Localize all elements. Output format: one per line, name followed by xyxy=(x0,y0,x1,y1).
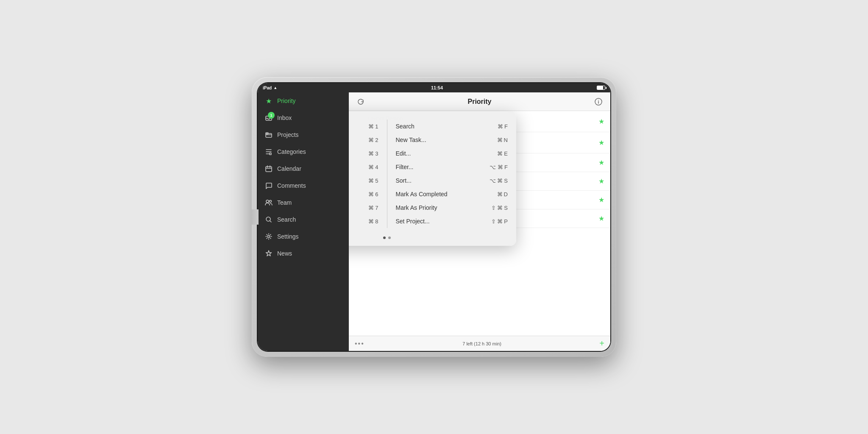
sidebar-item-priority[interactable]: ★ Priority xyxy=(258,92,349,109)
shortcut-item-team[interactable]: Team ⌘ 8 xyxy=(349,214,378,228)
shortcut-item-sort[interactable]: Sort... ⌥ ⌘ S xyxy=(396,174,508,187)
key-char: 2 xyxy=(375,137,378,143)
key-modifiers: ⌥ ⌘ xyxy=(490,178,503,184)
sidebar-item-news[interactable]: News xyxy=(258,245,349,262)
key-cmd: ⌘ xyxy=(368,150,374,157)
projects-icon xyxy=(264,131,273,139)
shortcut-keys: ⌘ F xyxy=(498,123,508,130)
sidebar-item-settings[interactable]: Settings xyxy=(258,228,349,245)
info-button[interactable] xyxy=(593,96,604,108)
key-char: 1 xyxy=(375,123,378,130)
shortcut-label: New Task... xyxy=(396,136,426,143)
sidebar-item-categories[interactable]: Categories xyxy=(258,143,349,160)
sidebar-item-label: News xyxy=(277,250,292,257)
star-icon: ★ xyxy=(264,97,273,105)
shortcut-item-projects[interactable]: Projects ⌘ 3 xyxy=(349,147,378,160)
sidebar-item-projects[interactable]: Projects xyxy=(258,126,349,143)
search-icon xyxy=(264,215,273,224)
status-bar: iPad ▲ 11:54 xyxy=(258,83,610,92)
key-char: 6 xyxy=(375,191,378,198)
sidebar-item-label: Search xyxy=(277,216,296,223)
key-char: S xyxy=(504,205,508,211)
task-star-icon[interactable]: ★ xyxy=(598,159,604,167)
sidebar-item-label: Comments xyxy=(277,182,306,189)
refresh-button[interactable] xyxy=(355,96,367,108)
shortcut-keys: ⌘ E xyxy=(497,150,508,157)
shortcut-item-mark-priority[interactable]: Mark As Priority ⇧ ⌘ S xyxy=(396,201,508,214)
key-cmd: ⌘ xyxy=(368,137,374,143)
task-star-icon[interactable]: ★ xyxy=(598,117,604,125)
task-star-icon[interactable]: ★ xyxy=(598,196,604,204)
sidebar: ★ Priority Inbox 1 xyxy=(258,92,349,351)
news-icon xyxy=(264,249,273,258)
shortcut-keys: ⌥ ⌘ F xyxy=(490,164,508,170)
key-cmd: ⌘ xyxy=(368,164,374,170)
key-cmd: ⌘ xyxy=(368,218,374,225)
shortcut-item-filter[interactable]: Filter... ⌥ ⌘ F xyxy=(396,160,508,174)
shortcut-item-priority[interactable]: Priority ⌘ 1 xyxy=(349,120,378,133)
sidebar-item-search[interactable]: Search xyxy=(258,211,349,228)
task-star-icon[interactable]: ★ xyxy=(598,177,604,185)
shortcut-label: Mark As Completed xyxy=(396,191,448,198)
sidebar-item-label: Calendar xyxy=(277,165,301,172)
task-count: 7 left (12 h 30 min) xyxy=(462,341,501,346)
shortcut-item-mark-completed[interactable]: Mark As Completed ⌘ D xyxy=(396,187,508,201)
more-button[interactable]: ••• xyxy=(355,340,364,348)
key-char: 5 xyxy=(375,178,378,184)
key-cmd: ⌘ xyxy=(368,178,374,184)
shortcut-right-col: Search ⌘ F New Task... ⌘ xyxy=(387,120,517,228)
shortcut-item-search[interactable]: Search ⌘ F xyxy=(396,120,508,133)
shortcut-item-categories[interactable]: Categories ⌘ 4 xyxy=(349,160,378,174)
sidebar-item-comments[interactable]: Comments xyxy=(258,177,349,194)
key-cmd: ⌘ xyxy=(368,123,374,130)
sidebar-item-team[interactable]: Team xyxy=(258,194,349,211)
calendar-icon xyxy=(264,164,273,173)
sidebar-item-inbox[interactable]: Inbox 1 xyxy=(258,109,349,126)
key-cmd: ⌘ xyxy=(368,191,374,198)
key-char: N xyxy=(504,137,508,143)
sidebar-item-calendar[interactable]: Calendar xyxy=(258,160,349,177)
shortcut-keys: ⌥ ⌘ S xyxy=(490,178,508,184)
shortcut-item-templates[interactable]: Templates ⌘ 7 xyxy=(349,201,378,214)
task-star-icon[interactable]: ★ xyxy=(598,214,604,223)
categories-icon xyxy=(264,147,273,156)
status-bar-left: iPad ▲ xyxy=(263,86,277,90)
key-char: 8 xyxy=(375,218,378,225)
svg-point-8 xyxy=(268,236,270,238)
dot-1[interactable] xyxy=(383,236,386,239)
key-modifiers: ⌘ xyxy=(497,191,503,198)
key-modifiers: ⌘ xyxy=(498,123,503,130)
shortcut-item-calendar[interactable]: Calendar ⌘ 5 xyxy=(349,174,378,187)
key-modifiers: ⇧ ⌘ xyxy=(491,218,503,225)
shortcut-label: Mark As Priority xyxy=(396,204,437,211)
shortcut-keys: ⌘ 3 xyxy=(368,150,378,157)
settings-icon xyxy=(264,232,273,241)
svg-point-5 xyxy=(266,200,269,203)
shortcut-label: Set Project... xyxy=(396,218,430,225)
key-char: E xyxy=(504,150,508,157)
key-char: 3 xyxy=(375,150,378,157)
task-star-icon[interactable]: ★ xyxy=(598,139,604,147)
add-task-button[interactable]: + xyxy=(599,339,604,348)
shortcut-keys: ⌘ 1 xyxy=(368,123,378,130)
shortcut-keys: ⌘ 4 xyxy=(368,164,378,170)
shortcut-keys: ⌘ 5 xyxy=(368,178,378,184)
shortcut-item-comments[interactable]: Comments ⌘ 6 xyxy=(349,187,378,201)
page-indicator xyxy=(349,232,516,246)
shortcut-item-new-task[interactable]: New Task... ⌘ N xyxy=(396,133,508,147)
sidebar-item-label: Settings xyxy=(277,233,299,240)
shortcut-item-set-project[interactable]: Set Project... ⇧ ⌘ P xyxy=(396,214,508,228)
dot-2[interactable] xyxy=(388,236,391,239)
shortcut-keys: ⇧ ⌘ P xyxy=(491,218,508,225)
shortcut-keys: ⌘ 2 xyxy=(368,137,378,143)
shortcut-item-edit[interactable]: Edit... ⌘ E xyxy=(396,147,508,160)
main-content: ★ Priority Inbox 1 xyxy=(258,92,610,351)
svg-point-6 xyxy=(270,200,272,203)
key-modifiers: ⌘ xyxy=(497,137,503,143)
ipad-label: iPad xyxy=(263,86,272,90)
key-modifiers: ⇧ ⌘ xyxy=(491,205,503,211)
sidebar-item-label: Team xyxy=(277,199,292,206)
svg-point-10 xyxy=(598,100,599,100)
shortcut-overlay: Priority ⌘ 1 Inbox ⌘ xyxy=(349,111,516,246)
shortcut-item-inbox[interactable]: Inbox ⌘ 2 xyxy=(349,133,378,147)
